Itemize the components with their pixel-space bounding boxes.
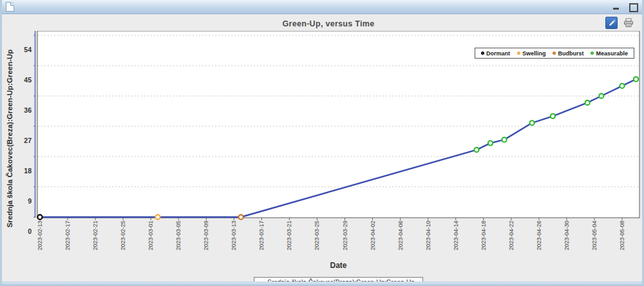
phase-legend-item: Dormant: [481, 50, 510, 57]
x-tick-label: 2023-04-30: [563, 221, 570, 262]
data-point-measurable: [530, 120, 535, 125]
plot-area[interactable]: [33, 31, 643, 223]
x-tick-label: 2023-05-04: [591, 221, 598, 262]
x-tick-label: 2023-02-25: [120, 221, 127, 262]
x-tick-label: 2023-04-06: [397, 221, 404, 262]
y-tick-label: 27: [12, 137, 32, 144]
data-point-dormant: [37, 214, 42, 219]
y-tick-label: 54: [12, 46, 32, 53]
measurable-marker-icon: [591, 52, 594, 55]
data-point-measurable: [634, 77, 638, 81]
data-point-budburst: [238, 214, 243, 219]
x-tick-label: 2023-03-01: [147, 221, 155, 262]
dormant-marker-icon: [481, 52, 484, 55]
x-tick-label: 2023-03-13: [231, 221, 238, 262]
phase-legend-item: Budburst: [553, 50, 583, 57]
x-tick-label: 2023-04-26: [535, 221, 542, 262]
x-tick-label: 2023-04-02: [369, 221, 376, 262]
x-tick-label: 2023-03-09: [203, 221, 210, 262]
data-point-swelling: [155, 214, 160, 219]
x-tick-label: 2023-02-21: [92, 221, 99, 262]
swelling-marker-icon: [517, 52, 520, 55]
x-tick-label: 2023-03-05: [175, 221, 182, 262]
window-bottom-border: [2, 281, 642, 286]
edit-button[interactable]: [605, 17, 618, 29]
x-tick-label: 2023-04-18: [480, 221, 487, 262]
x-tick-label: 2023-03-17: [258, 221, 265, 262]
data-point-measurable: [551, 114, 555, 119]
data-point-measurable: [620, 84, 624, 88]
phase-legend-label: Measurable: [596, 50, 628, 57]
x-tick-label: 2023-03-25: [314, 221, 321, 262]
y-tick-label: 18: [12, 167, 32, 175]
chart-panel: Green-Up, versus Time Genus: Betula, Spe…: [2, 14, 642, 281]
phase-legend-label: Dormant: [486, 50, 510, 57]
print-button[interactable]: [622, 17, 634, 29]
data-point-measurable: [585, 100, 590, 105]
data-point-measurable: [599, 93, 603, 98]
x-tick-label: 2023-05-08: [619, 221, 626, 262]
x-tick-label: 2023-04-22: [507, 221, 515, 262]
x-axis-title: Date: [37, 261, 639, 270]
phase-legend: DormantSwellingBudburstMeasurable: [475, 48, 634, 59]
x-tick-label: 2023-03-29: [341, 221, 348, 262]
maximize-button[interactable]: [629, 3, 637, 11]
x-tick-label: 2023-02-17: [64, 221, 71, 262]
x-tick-label: 2023-04-14: [452, 221, 459, 262]
minimize-button[interactable]: [612, 3, 621, 11]
pencil-icon: [607, 19, 616, 27]
y-tick-label: 9: [12, 197, 32, 205]
data-point-measurable: [488, 141, 493, 146]
x-tick-label: 2023-03-21: [286, 221, 293, 262]
chart-plot-svg[interactable]: [33, 31, 643, 223]
window-titlebar[interactable]: [2, 0, 642, 14]
internal-frame: Green-Up, versus Time Genus: Betula, Spe…: [0, 0, 644, 286]
x-tick-label: 2023-04-10: [424, 221, 431, 262]
y-tick-label: 0: [12, 227, 32, 235]
phase-legend-label: Budburst: [558, 50, 583, 57]
chart-title: Green-Up, versus Time: [28, 19, 629, 28]
x-tick-label: 2023-02-13: [37, 221, 44, 262]
data-point-measurable: [502, 137, 506, 142]
document-icon: [6, 2, 14, 12]
phase-legend-label: Swelling: [522, 50, 546, 57]
data-point-measurable: [474, 148, 478, 152]
printer-icon: [623, 18, 634, 28]
y-tick-label: 36: [12, 106, 32, 114]
budburst-marker-icon: [553, 52, 556, 55]
chart-toolbar: [605, 17, 634, 29]
phase-legend-item: Measurable: [591, 50, 628, 57]
phase-legend-item: Swelling: [517, 50, 546, 57]
y-tick-label: 45: [12, 76, 32, 84]
